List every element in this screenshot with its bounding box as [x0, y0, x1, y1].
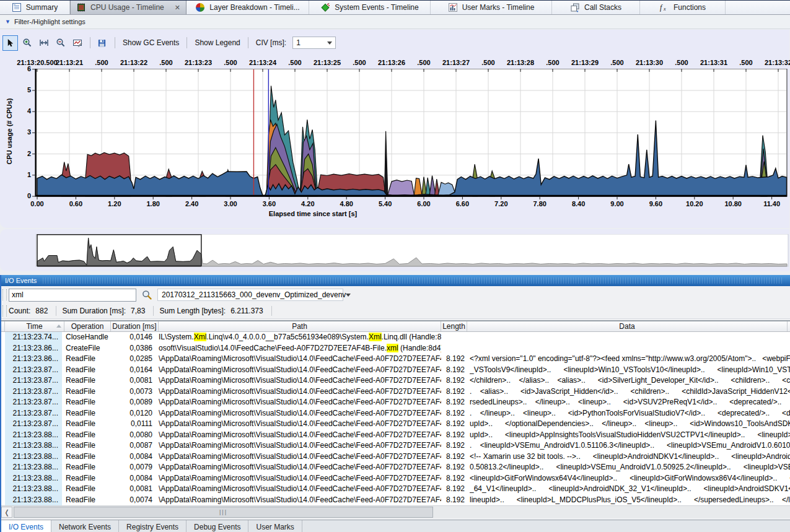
- cell-duration: 0,0146: [111, 332, 156, 343]
- bottom-tab-debug-events[interactable]: Debug Events: [187, 520, 248, 532]
- bottom-tab-i-o-events[interactable]: I/O Events: [1, 520, 51, 532]
- show-legend-button[interactable]: Show Legend: [195, 38, 240, 47]
- overview-minimap[interactable]: [0, 234, 790, 268]
- table-row[interactable]: 21:13:23.88...ReadFile0,0084\AppData\Roa…: [1, 451, 790, 463]
- table-row[interactable]: 21:13:23.88...ReadFile0,0074\AppData\Roa…: [1, 495, 790, 506]
- trace-file-dropdown[interactable]: 20170312_211315663_000_devenv_Optimized_…: [157, 289, 343, 301]
- select-cursor-button[interactable]: [2, 35, 18, 51]
- close-icon[interactable]: ✕: [175, 4, 180, 11]
- table-row[interactable]: 21:13:23.86...CreateFile0,0386osoft\Visu…: [1, 343, 790, 354]
- cell-data: rsededLineups>.. </lineup>.. <lineup>.. …: [470, 397, 790, 408]
- cell-time: 21:13:23.87...: [5, 397, 62, 408]
- table-row[interactable]: 21:13:23.87...ReadFile0,0120\AppData\Roa…: [1, 408, 790, 419]
- column-header-length[interactable]: Length: [441, 321, 467, 331]
- table-row[interactable]: 21:13:23.74...CloseHandle0,0146IL\System…: [1, 332, 790, 343]
- column-header-label: Duration [ms]: [112, 322, 156, 331]
- tab-cpu-usage-timeline[interactable]: CPU Usage - Timeline✕: [70, 1, 187, 14]
- cell-time: 21:13:23.87...: [5, 408, 62, 419]
- column-header-operation[interactable]: Operation: [64, 321, 111, 331]
- column-header-label: Path: [292, 322, 307, 331]
- tab-user-marks-timeline[interactable]: User Marks - Timeline: [431, 1, 552, 14]
- scroll-left-button[interactable]: ❬: [1, 507, 12, 518]
- table-row[interactable]: 21:13:23.87...ReadFile0,0164\AppData\Roa…: [1, 365, 790, 376]
- table-row[interactable]: 21:13:23.88...ReadFile0,0084\AppData\Roa…: [1, 473, 790, 484]
- tab-layer-breakdown-timeli[interactable]: Layer Breakdown - Timeli...: [187, 1, 309, 14]
- zoom-out-button[interactable]: [53, 35, 68, 51]
- tab-summary[interactable]: Summary: [0, 1, 70, 14]
- bottom-tab-label: I/O Events: [9, 523, 43, 531]
- cell-length: 8.192: [441, 495, 467, 506]
- elapsed-tick-label: 8.40: [572, 200, 585, 207]
- zoom-in-button[interactable]: [19, 35, 35, 51]
- io-events-table-header: TimeOperationDuration [ms]PathLengthData: [1, 320, 790, 332]
- fit-width-button[interactable]: [36, 35, 51, 51]
- tab-call-stacks[interactable]: Call Stacks: [552, 1, 640, 14]
- table-row[interactable]: 21:13:23.88...ReadFile0,0079\AppData\Roa…: [1, 462, 790, 473]
- table-row[interactable]: 21:13:23.88...ReadFile0,0087\AppData\Roa…: [1, 440, 790, 451]
- y-tick-label: 3: [10, 128, 31, 136]
- cell-duration: 0,0074: [111, 495, 156, 506]
- horizontal-scrollbar[interactable]: ❬ |||: [1, 505, 790, 518]
- cell-operation: ReadFile: [64, 473, 111, 484]
- column-header-duration-ms-[interactable]: Duration [ms]: [111, 321, 159, 331]
- elapsed-tick-label: 0.60: [69, 200, 82, 207]
- collapse-triangle-icon[interactable]: ▼: [5, 19, 11, 25]
- table-row[interactable]: 21:13:23.87...ReadFile0,0081\AppData\Roa…: [1, 375, 790, 386]
- cell-time: 21:13:23.86...: [5, 354, 62, 365]
- toolbar-separator: [115, 37, 115, 48]
- column-header-data[interactable]: Data: [467, 321, 788, 331]
- show-gc-events-button[interactable]: Show GC Events: [123, 38, 179, 47]
- summary-icon: [12, 2, 22, 12]
- cell-time: 21:13:23.74...: [5, 332, 62, 343]
- search-icon[interactable]: [141, 289, 152, 300]
- cell-duration: 0,0087: [111, 440, 156, 451]
- stat-separator: [153, 306, 154, 316]
- table-row[interactable]: 21:13:23.87...ReadFile0,0073\AppData\Roa…: [1, 386, 790, 398]
- tab-label: Layer Breakdown - Timeli...: [209, 3, 299, 12]
- cell-time: 21:13:23.88...: [5, 451, 62, 463]
- chart-options-button[interactable]: [69, 35, 85, 51]
- bottom-tab-network-events[interactable]: Network Events: [51, 520, 119, 532]
- cell-length: 8.192: [441, 451, 467, 463]
- table-row[interactable]: 21:13:23.88...ReadFile0,0081\AppData\Roa…: [1, 484, 790, 495]
- cell-path: \AppData\Roaming\Microsoft\VisualStudio\…: [159, 430, 441, 441]
- cell-path: \AppData\Roaming\Microsoft\VisualStudio\…: [159, 375, 441, 386]
- table-row[interactable]: 21:13:23.87...ReadFile0,0089\AppData\Roa…: [1, 397, 790, 408]
- time-tick-label: .500: [675, 59, 688, 66]
- cell-duration: 0,0079: [111, 462, 156, 473]
- call-stacks-icon: [570, 2, 580, 12]
- bottom-tab-registry-events[interactable]: Registry Events: [119, 520, 187, 532]
- elapsed-tick-label: 4.20: [301, 200, 314, 207]
- civ-label: CIV [ms]:: [256, 38, 286, 47]
- document-tab-bar: SummaryCPU Usage - Timeline✕Layer Breakd…: [0, 1, 790, 15]
- cpu-usage-chart[interactable]: [0, 69, 790, 200]
- bottom-tab-label: Network Events: [59, 523, 111, 531]
- time-axis-top: 21:13:20.50021:13:21.50021:13:22.50021:1…: [0, 59, 790, 68]
- y-tick-label: 6: [10, 65, 31, 72]
- cell-data: </children>.. </alias>.. <alias>.. <id>S…: [470, 375, 790, 386]
- overview-panel: [0, 229, 789, 271]
- column-header-time[interactable]: Time: [5, 321, 64, 331]
- civ-dropdown[interactable]: 1: [292, 37, 336, 49]
- cell-operation: ReadFile: [64, 451, 111, 463]
- filter-highlight-settings-bar[interactable]: ▼ Filter-/Highlight settings: [0, 15, 790, 29]
- table-row[interactable]: 21:13:23.88...ReadFile0,0080\AppData\Roa…: [1, 430, 790, 441]
- cell-duration: 0,0080: [111, 430, 156, 441]
- column-header-path[interactable]: Path: [159, 321, 441, 331]
- time-tick-label: .500: [610, 59, 623, 66]
- search-input[interactable]: [9, 289, 136, 302]
- cell-path: \AppData\Roaming\Microsoft\VisualStudio\…: [159, 354, 441, 365]
- tab-functions[interactable]: fxFunctions: [640, 1, 726, 14]
- cell-time: 21:13:23.87...: [5, 365, 62, 376]
- cell-length: 8.192: [441, 386, 467, 398]
- scrollbar-thumb[interactable]: |||: [14, 507, 433, 518]
- table-row[interactable]: 21:13:23.87...ReadFile0,0111\AppData\Roa…: [1, 419, 790, 430]
- time-tick-label: .500: [481, 59, 494, 66]
- tab-system-events-timeline[interactable]: System Events - Timeline: [309, 1, 431, 14]
- bottom-tab-user-marks[interactable]: User Marks: [248, 520, 302, 532]
- io-events-panel: I/O Events 20170312_211315663_000_devenv…: [0, 275, 790, 532]
- table-row[interactable]: 21:13:23.86...ReadFile0,0285\AppData\Roa…: [1, 354, 790, 365]
- elapsed-tick-label: 3.60: [263, 200, 276, 207]
- cell-length: 8.192: [441, 397, 467, 408]
- save-button[interactable]: [94, 35, 110, 51]
